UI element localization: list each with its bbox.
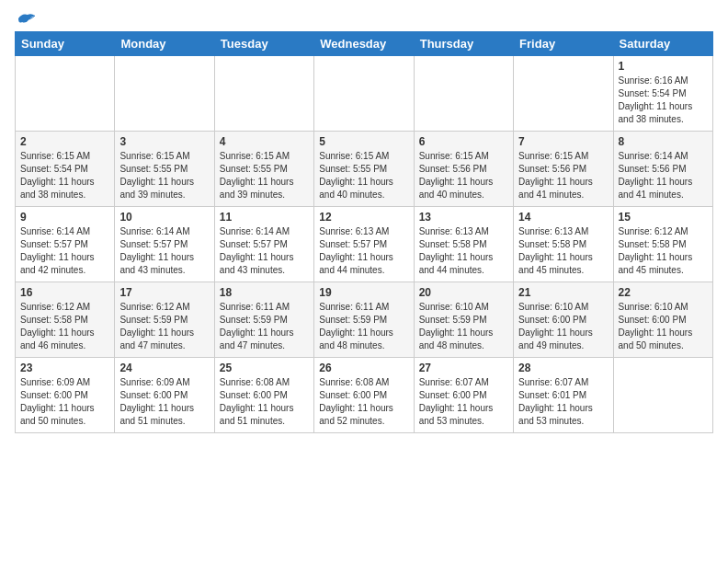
day-number: 9	[20, 211, 109, 224]
day-number: 13	[419, 211, 508, 224]
calendar-body: 1Sunrise: 6:16 AMSunset: 5:54 PMDaylight…	[16, 56, 713, 433]
calendar-day: 9Sunrise: 6:14 AMSunset: 5:57 PMDaylight…	[16, 207, 115, 282]
calendar-day: 10Sunrise: 6:14 AMSunset: 5:57 PMDayligh…	[115, 207, 214, 282]
calendar-week-row: 1Sunrise: 6:16 AMSunset: 5:54 PMDaylight…	[16, 56, 713, 132]
weekday-header: Tuesday	[214, 32, 313, 56]
day-info: Sunrise: 6:10 AMSunset: 6:00 PMDaylight:…	[619, 301, 708, 352]
day-info: Sunrise: 6:13 AMSunset: 5:58 PMDaylight:…	[419, 225, 508, 277]
day-info: Sunrise: 6:16 AMSunset: 5:54 PMDaylight:…	[619, 75, 708, 126]
calendar-day: 4Sunrise: 6:15 AMSunset: 5:55 PMDaylight…	[214, 132, 313, 207]
day-number: 6	[419, 135, 508, 148]
calendar-day: 6Sunrise: 6:15 AMSunset: 5:56 PMDaylight…	[414, 132, 513, 207]
day-info: Sunrise: 6:15 AMSunset: 5:56 PMDaylight:…	[419, 150, 508, 201]
calendar-day: 22Sunrise: 6:10 AMSunset: 6:00 PMDayligh…	[613, 282, 712, 358]
calendar-day: 13Sunrise: 6:13 AMSunset: 5:58 PMDayligh…	[414, 207, 513, 282]
day-number: 10	[119, 211, 209, 224]
day-info: Sunrise: 6:13 AMSunset: 5:57 PMDaylight:…	[319, 225, 408, 277]
page-header	[15, 15, 713, 24]
day-info: Sunrise: 6:12 AMSunset: 5:58 PMDaylight:…	[20, 301, 109, 352]
calendar-day: 15Sunrise: 6:12 AMSunset: 5:58 PMDayligh…	[613, 207, 712, 282]
calendar-day: 14Sunrise: 6:13 AMSunset: 5:58 PMDayligh…	[514, 207, 613, 282]
calendar-week-row: 9Sunrise: 6:14 AMSunset: 5:57 PMDaylight…	[16, 207, 713, 282]
day-number: 2	[20, 135, 109, 148]
day-info: Sunrise: 6:12 AMSunset: 5:59 PMDaylight:…	[119, 301, 209, 352]
day-info: Sunrise: 6:14 AMSunset: 5:57 PMDaylight:…	[20, 225, 109, 277]
day-number: 21	[518, 286, 608, 299]
calendar-day: 27Sunrise: 6:07 AMSunset: 6:00 PMDayligh…	[414, 358, 513, 433]
weekday-header: Wednesday	[314, 32, 414, 56]
calendar-day: 20Sunrise: 6:10 AMSunset: 5:59 PMDayligh…	[414, 282, 513, 358]
calendar-day: 21Sunrise: 6:10 AMSunset: 6:00 PMDayligh…	[514, 282, 613, 358]
day-number: 14	[518, 211, 608, 224]
day-number: 17	[119, 286, 209, 299]
calendar-empty	[16, 56, 115, 132]
calendar-day: 18Sunrise: 6:11 AMSunset: 5:59 PMDayligh…	[214, 282, 313, 358]
calendar-empty	[613, 358, 712, 433]
day-info: Sunrise: 6:11 AMSunset: 5:59 PMDaylight:…	[220, 301, 309, 352]
day-info: Sunrise: 6:13 AMSunset: 5:58 PMDaylight:…	[518, 225, 608, 277]
day-number: 22	[619, 286, 708, 299]
day-number: 12	[319, 211, 408, 224]
weekday-header: Friday	[514, 32, 613, 56]
day-info: Sunrise: 6:14 AMSunset: 5:56 PMDaylight:…	[619, 150, 708, 201]
calendar-day: 11Sunrise: 6:14 AMSunset: 5:57 PMDayligh…	[214, 207, 313, 282]
calendar-empty	[514, 56, 613, 132]
day-number: 23	[20, 362, 109, 374]
day-number: 4	[220, 135, 309, 148]
calendar-header-row: SundayMondayTuesdayWednesdayThursdayFrid…	[16, 32, 713, 56]
calendar-empty	[314, 56, 414, 132]
calendar-empty	[214, 56, 313, 132]
day-info: Sunrise: 6:15 AMSunset: 5:55 PMDaylight:…	[319, 150, 408, 201]
day-info: Sunrise: 6:14 AMSunset: 5:57 PMDaylight:…	[119, 225, 209, 277]
day-number: 7	[518, 135, 608, 148]
day-info: Sunrise: 6:15 AMSunset: 5:54 PMDaylight:…	[20, 150, 109, 201]
day-info: Sunrise: 6:15 AMSunset: 5:55 PMDaylight:…	[220, 150, 309, 201]
day-number: 3	[119, 135, 209, 148]
day-number: 20	[419, 286, 508, 299]
calendar-day: 7Sunrise: 6:15 AMSunset: 5:56 PMDaylight…	[514, 132, 613, 207]
day-number: 15	[619, 211, 708, 224]
day-info: Sunrise: 6:09 AMSunset: 6:00 PMDaylight:…	[20, 376, 109, 428]
logo	[15, 15, 37, 24]
calendar-week-row: 16Sunrise: 6:12 AMSunset: 5:58 PMDayligh…	[16, 282, 713, 358]
logo-bird-icon	[17, 11, 37, 28]
day-info: Sunrise: 6:08 AMSunset: 6:00 PMDaylight:…	[319, 376, 408, 428]
calendar-empty	[414, 56, 513, 132]
day-number: 18	[220, 286, 309, 299]
calendar-day: 28Sunrise: 6:07 AMSunset: 6:01 PMDayligh…	[514, 358, 613, 433]
day-info: Sunrise: 6:11 AMSunset: 5:59 PMDaylight:…	[319, 301, 408, 352]
day-info: Sunrise: 6:07 AMSunset: 6:01 PMDaylight:…	[518, 376, 608, 428]
calendar-day: 3Sunrise: 6:15 AMSunset: 5:55 PMDaylight…	[115, 132, 214, 207]
weekday-header: Thursday	[414, 32, 513, 56]
day-number: 5	[319, 135, 408, 148]
weekday-header: Sunday	[16, 32, 115, 56]
calendar-week-row: 2Sunrise: 6:15 AMSunset: 5:54 PMDaylight…	[16, 132, 713, 207]
day-info: Sunrise: 6:07 AMSunset: 6:00 PMDaylight:…	[419, 376, 508, 428]
day-number: 28	[518, 362, 608, 374]
day-info: Sunrise: 6:09 AMSunset: 6:00 PMDaylight:…	[119, 376, 209, 428]
day-info: Sunrise: 6:10 AMSunset: 5:59 PMDaylight:…	[419, 301, 508, 352]
day-info: Sunrise: 6:15 AMSunset: 5:56 PMDaylight:…	[518, 150, 608, 201]
day-number: 27	[419, 362, 508, 374]
calendar-day: 19Sunrise: 6:11 AMSunset: 5:59 PMDayligh…	[314, 282, 414, 358]
day-number: 19	[319, 286, 408, 299]
day-info: Sunrise: 6:14 AMSunset: 5:57 PMDaylight:…	[220, 225, 309, 277]
day-number: 8	[619, 135, 708, 148]
calendar-table: SundayMondayTuesdayWednesdayThursdayFrid…	[15, 31, 713, 433]
day-number: 26	[319, 362, 408, 374]
weekday-header: Monday	[115, 32, 214, 56]
day-info: Sunrise: 6:08 AMSunset: 6:00 PMDaylight:…	[220, 376, 309, 428]
calendar-day: 26Sunrise: 6:08 AMSunset: 6:00 PMDayligh…	[314, 358, 414, 433]
day-info: Sunrise: 6:15 AMSunset: 5:55 PMDaylight:…	[119, 150, 209, 201]
day-number: 16	[20, 286, 109, 299]
day-number: 24	[119, 362, 209, 374]
calendar-day: 24Sunrise: 6:09 AMSunset: 6:00 PMDayligh…	[115, 358, 214, 433]
day-number: 11	[220, 211, 309, 224]
day-number: 1	[619, 60, 708, 73]
calendar-day: 2Sunrise: 6:15 AMSunset: 5:54 PMDaylight…	[16, 132, 115, 207]
calendar-day: 1Sunrise: 6:16 AMSunset: 5:54 PMDaylight…	[613, 56, 712, 132]
calendar-day: 23Sunrise: 6:09 AMSunset: 6:00 PMDayligh…	[16, 358, 115, 433]
calendar-empty	[115, 56, 214, 132]
day-info: Sunrise: 6:12 AMSunset: 5:58 PMDaylight:…	[619, 225, 708, 277]
calendar-day: 8Sunrise: 6:14 AMSunset: 5:56 PMDaylight…	[613, 132, 712, 207]
